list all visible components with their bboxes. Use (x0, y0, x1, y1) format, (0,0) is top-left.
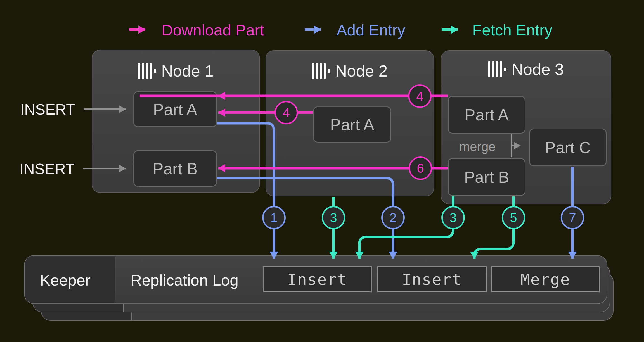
step-number: 3 (449, 210, 457, 225)
legend-add-entry: Add Entry (337, 22, 405, 39)
replication-diagram: Node 1 Node 2 Node 3 Part A Part B Part … (0, 0, 644, 342)
clickhouse-icon (312, 63, 330, 79)
node-1-title-label: Node 1 (161, 61, 214, 80)
step-number: 1 (270, 210, 278, 225)
node1-part-a: Part A (133, 91, 217, 127)
legend-download-part: Download Part (162, 22, 264, 39)
node3-part-c: Part C (529, 129, 607, 166)
node1-part-b: Part B (133, 150, 217, 187)
insert-label-1: INSERT (20, 101, 75, 117)
node-2-title: Node 2 (266, 61, 434, 80)
log-entry-merge: Merge (491, 266, 600, 292)
log-entry-label: Insert (287, 270, 347, 288)
step-badge-fetch-5: 5 (502, 206, 525, 229)
step-number: 7 (569, 210, 576, 225)
step-number: 5 (510, 210, 517, 225)
step-badge-fetch-3a: 3 (322, 206, 345, 229)
node-3-title: Node 3 (441, 60, 611, 79)
part-label: Part B (153, 159, 198, 178)
step-badge-add-7: 7 (561, 206, 584, 229)
part-label: Part A (153, 100, 197, 119)
merge-label: merge (448, 139, 507, 154)
step-number: 6 (417, 161, 424, 176)
step-number: 3 (330, 210, 337, 225)
step-badge-download-4a: 4 (408, 84, 432, 108)
node3-part-a: Part A (448, 96, 525, 134)
keeper-label: Keeper (40, 272, 91, 289)
node3-part-b: Part B (448, 158, 525, 196)
replication-log-title: Replication Log (131, 272, 238, 289)
step-number: 4 (416, 89, 423, 104)
fetch-entry-line-3b (359, 196, 453, 259)
step-number: 4 (283, 105, 290, 120)
log-entry-insert-2: Insert (377, 266, 487, 292)
clickhouse-icon (138, 63, 156, 79)
log-entry-label: Merge (520, 270, 570, 288)
clickhouse-icon (488, 61, 506, 77)
legend-fetch-entry: Fetch Entry (472, 22, 552, 39)
part-label: Part C (545, 138, 591, 157)
step-badge-download-6: 6 (409, 156, 432, 180)
log-entry-insert-1: Insert (263, 266, 372, 292)
step-badge-add-2: 2 (381, 206, 405, 229)
log-entry-label: Insert (402, 270, 462, 288)
node2-part-a: Part A (313, 106, 391, 142)
node-2-title-label: Node 2 (335, 61, 387, 80)
step-number: 2 (389, 210, 397, 225)
step-badge-add-1: 1 (262, 206, 286, 229)
insert-label-2: INSERT (20, 161, 75, 177)
node-3-title-label: Node 3 (512, 60, 564, 79)
step-badge-download-4b: 4 (274, 101, 298, 124)
part-label: Part A (330, 115, 374, 134)
part-label: Part B (464, 168, 509, 186)
step-badge-fetch-3b: 3 (441, 206, 465, 229)
part-label: Part A (465, 105, 509, 124)
node-1-title: Node 1 (92, 61, 260, 80)
